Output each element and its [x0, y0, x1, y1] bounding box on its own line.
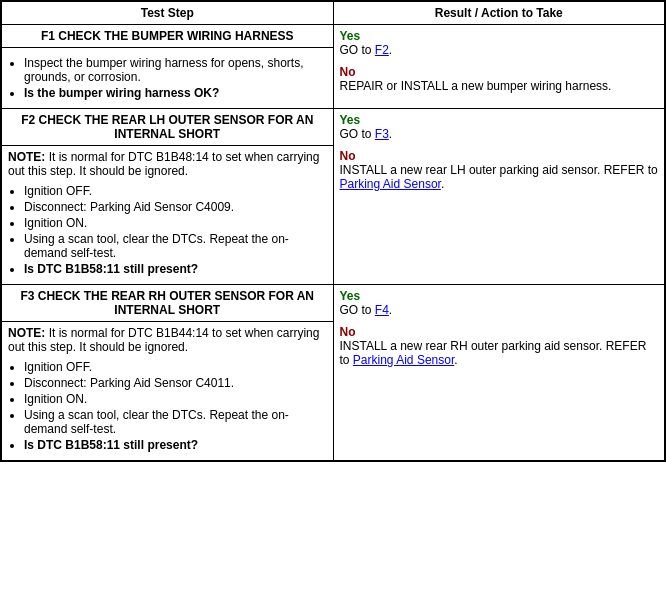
step-cell-f3: F3 CHECK THE REAR RH OUTER SENSOR FOR AN…	[2, 285, 334, 461]
list-item: Disconnect: Parking Aid Sensor C4011.	[24, 376, 327, 390]
step-cell-f1: F1 CHECK THE BUMPER WIRING HARNESSInspec…	[2, 25, 334, 109]
result-cell-f3: YesGO to F4.NoINSTALL a new rear RH oute…	[333, 285, 665, 461]
no-label: No	[340, 149, 356, 163]
result-cell-f2: YesGO to F3.NoINSTALL a new rear LH oute…	[333, 109, 665, 285]
list-item: Is DTC B1B58:11 still present?	[24, 438, 327, 452]
yes-link-f1[interactable]: F2	[375, 43, 389, 57]
no-label: No	[340, 325, 356, 339]
no-link-f2[interactable]: Parking Aid Sensor	[340, 177, 441, 191]
step-header-f3: F3 CHECK THE REAR RH OUTER SENSOR FOR AN…	[2, 285, 333, 322]
step-list-f1: Inspect the bumper wiring harness for op…	[24, 56, 327, 100]
step-cell-f2: F2 CHECK THE REAR LH OUTER SENSOR FOR AN…	[2, 109, 334, 285]
list-item: Disconnect: Parking Aid Sensor C4009.	[24, 200, 327, 214]
no-block-f1: NoREPAIR or INSTALL a new bumper wiring …	[340, 65, 659, 93]
yes-link-f2[interactable]: F3	[375, 127, 389, 141]
table-row: F2 CHECK THE REAR LH OUTER SENSOR FOR AN…	[2, 109, 665, 285]
header-test-step: Test Step	[2, 2, 334, 25]
no-label: No	[340, 65, 356, 79]
yes-block-f2: YesGO to F3.	[340, 113, 659, 141]
yes-label: Yes	[340, 29, 361, 43]
list-item: Ignition OFF.	[24, 360, 327, 374]
yes-block-f3: YesGO to F4.	[340, 289, 659, 317]
yes-label: Yes	[340, 113, 361, 127]
note-f3: NOTE: It is normal for DTC B1B44:14 to s…	[8, 326, 327, 354]
main-table: Test Step Result / Action to Take F1 CHE…	[0, 0, 666, 462]
note-f2: NOTE: It is normal for DTC B1B48:14 to s…	[8, 150, 327, 178]
list-item: Using a scan tool, clear the DTCs. Repea…	[24, 232, 327, 260]
step-list-f2: Ignition OFF.Disconnect: Parking Aid Sen…	[24, 184, 327, 276]
list-item: Ignition OFF.	[24, 184, 327, 198]
no-link-f3[interactable]: Parking Aid Sensor	[353, 353, 454, 367]
step-header-f2: F2 CHECK THE REAR LH OUTER SENSOR FOR AN…	[2, 109, 333, 146]
list-item: Ignition ON.	[24, 392, 327, 406]
no-block-f3: NoINSTALL a new rear RH outer parking ai…	[340, 325, 659, 367]
list-item: Using a scan tool, clear the DTCs. Repea…	[24, 408, 327, 436]
list-item: Ignition ON.	[24, 216, 327, 230]
result-cell-f1: YesGO to F2.NoREPAIR or INSTALL a new bu…	[333, 25, 665, 109]
list-item: Inspect the bumper wiring harness for op…	[24, 56, 327, 84]
step-header-f1: F1 CHECK THE BUMPER WIRING HARNESS	[2, 25, 333, 48]
no-block-f2: NoINSTALL a new rear LH outer parking ai…	[340, 149, 659, 191]
step-list-f3: Ignition OFF.Disconnect: Parking Aid Sen…	[24, 360, 327, 452]
list-item: Is the bumper wiring harness OK?	[24, 86, 327, 100]
table-row: F1 CHECK THE BUMPER WIRING HARNESSInspec…	[2, 25, 665, 109]
table-row: F3 CHECK THE REAR RH OUTER SENSOR FOR AN…	[2, 285, 665, 461]
yes-block-f1: YesGO to F2.	[340, 29, 659, 57]
list-item: Is DTC B1B58:11 still present?	[24, 262, 327, 276]
yes-link-f3[interactable]: F4	[375, 303, 389, 317]
header-result: Result / Action to Take	[333, 2, 665, 25]
yes-label: Yes	[340, 289, 361, 303]
